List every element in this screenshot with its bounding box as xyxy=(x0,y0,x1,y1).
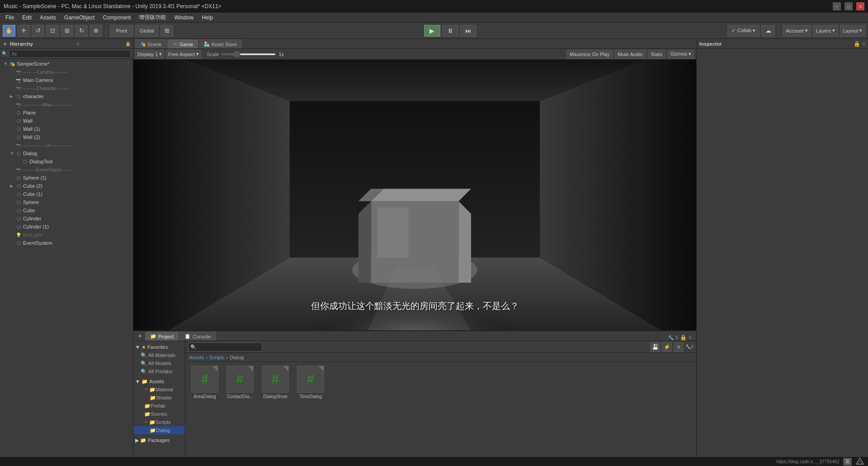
shader-folder-icon: 📁 xyxy=(150,395,156,401)
hierarchy-item-sphere[interactable]: ⬡Sphere xyxy=(0,198,133,206)
hierarchy-item-wall2[interactable]: ⬡Wall (2) xyxy=(0,133,133,141)
scene-tab[interactable]: 🎭 Scene xyxy=(135,39,166,48)
rect-select-button[interactable]: ⊡ xyxy=(46,25,59,37)
shader-item[interactable]: 📁 Shader xyxy=(133,394,185,402)
all-materials-item[interactable]: 🔍 All Materials xyxy=(133,351,185,359)
file-item-2[interactable]: #DialogShow xyxy=(259,366,291,399)
move-tool-button[interactable]: ✛ xyxy=(17,25,30,37)
menu-item-help[interactable]: Help xyxy=(198,14,217,22)
inspector-menu-button[interactable]: ≡ xyxy=(862,41,865,47)
hierarchy-item-character[interactable]: ▶⬡character xyxy=(0,92,133,100)
hierarchy-item-cube2[interactable]: ▶⬡Cube (2) xyxy=(0,182,133,190)
file-item-1[interactable]: #ContactDia... xyxy=(224,366,256,399)
scripts-item[interactable]: ▼ 📁 Scripts xyxy=(133,418,185,426)
account-button[interactable]: Account ▾ xyxy=(783,25,811,37)
mute-audio-button[interactable]: Mute Audio xyxy=(615,50,646,59)
inspector-lock-button[interactable]: 🔒 xyxy=(854,41,860,47)
menu-item-assets[interactable]: Assets xyxy=(36,14,60,22)
scale-slider[interactable] xyxy=(222,53,276,55)
close-button[interactable]: ✕ xyxy=(856,2,864,10)
dialog-scripts-item[interactable]: 📁 Dialog xyxy=(133,426,185,434)
hierarchy-item-character-sep[interactable]: 📷---------Character--------- xyxy=(0,84,133,92)
hierarchy-item-cube1[interactable]: ⬡Cube (1) xyxy=(0,190,133,198)
hierarchy-item-camera-sep[interactable]: 📷---------Camera---------- xyxy=(0,68,133,76)
hierarchy-item-testlight[interactable]: 💡testLight xyxy=(0,231,133,239)
file-item-0[interactable]: #AreaDialog xyxy=(189,366,221,399)
input-method[interactable]: 英 xyxy=(843,458,852,466)
file-item-3[interactable]: #TimeDialog xyxy=(295,366,326,399)
menu-item-component[interactable]: Component xyxy=(99,14,134,22)
hierarchy-menu-button[interactable]: ≡ xyxy=(73,39,83,49)
bottom-panel-lock[interactable]: 🔒 xyxy=(680,334,687,341)
hierarchy-item-plane[interactable]: ⬡Plane xyxy=(0,109,133,117)
hierarchy-item-dialogtext[interactable]: ⬡DialogText xyxy=(0,157,133,166)
proj-save-button[interactable]: 💾 xyxy=(650,342,660,352)
breadcrumb-scripts[interactable]: Scripts xyxy=(209,355,225,360)
display-dropdown[interactable]: Display 1 ▾ xyxy=(135,50,164,59)
hierarchy-item-main-camera[interactable]: 📷Main Camera xyxy=(0,76,133,84)
menu-item-window[interactable]: Window xyxy=(170,14,197,22)
scale-tool-button[interactable]: ⊞ xyxy=(61,25,73,37)
console-tab[interactable]: 📋 Console xyxy=(179,332,216,341)
breadcrumb-assets[interactable]: Assets xyxy=(189,355,204,360)
layout-button[interactable]: Layout ▾ xyxy=(840,25,865,37)
hierarchy-item-cube[interactable]: ⬡Cube xyxy=(0,206,133,214)
extra-button[interactable]: ⊞ xyxy=(160,25,173,37)
hierarchy-item-ui-sep[interactable]: 📷---------------UI-------------- xyxy=(0,141,133,149)
minimize-button[interactable]: ─ xyxy=(833,2,841,10)
prefab-item[interactable]: 📁 Prefab xyxy=(133,402,185,410)
game-tab[interactable]: 🎮 Game xyxy=(167,39,198,48)
pause-button[interactable]: ⏸ xyxy=(442,25,458,37)
hierarchy-item-cylinder1[interactable]: ⬡Cylinder (1) xyxy=(0,223,133,231)
cloud-button[interactable]: ☁ xyxy=(761,25,775,37)
menu-item-file[interactable]: File xyxy=(2,14,18,22)
hierarchy-add-button[interactable]: + xyxy=(0,39,10,49)
collab-button[interactable]: ✓ Collab ▾ xyxy=(727,25,760,37)
aspect-dropdown[interactable]: Free Aspect ▾ xyxy=(166,50,201,59)
transform-button[interactable]: ⊕ xyxy=(90,25,102,37)
proj-star-button[interactable]: ★ xyxy=(674,342,684,352)
asset-store-tab[interactable]: 🏪 Asset Store xyxy=(199,39,242,48)
step-button[interactable]: ⏭ xyxy=(460,25,476,37)
menu-item-增强版功能[interactable]: 增强版功能 xyxy=(135,13,170,22)
hierarchy-item-dialog[interactable]: ▼⬡Dialog xyxy=(0,149,133,157)
maximize-on-play-button[interactable]: Maximize On Play xyxy=(566,50,613,59)
undo-button[interactable]: ↺ xyxy=(32,25,44,37)
bottom-panel-menu[interactable]: ≡ xyxy=(689,334,692,341)
hierarchy-context-samplescene[interactable]: ⋮ xyxy=(126,61,133,67)
all-models-item[interactable]: 🔍 All Models xyxy=(133,359,185,367)
proj-refresh-button[interactable]: ⚡ xyxy=(662,342,672,352)
project-tab[interactable]: 📁 Project xyxy=(145,332,179,341)
hierarchy-item-eventsystem[interactable]: ⬡EventSystem xyxy=(0,239,133,247)
project-search-input[interactable] xyxy=(188,342,262,352)
hierarchy-item-samplescene[interactable]: ▼🎭SampleScene*⋮ xyxy=(0,60,133,68)
layers-button[interactable]: Layers ▾ xyxy=(813,25,838,37)
gizmos-button[interactable]: Gizmos ▾ xyxy=(667,50,694,59)
hierarchy-search-input[interactable] xyxy=(9,50,131,58)
hierarchy-item-sceneobj-sep[interactable]: 📷--------SceneObject------- xyxy=(0,166,133,174)
hierarchy-lock-button[interactable]: 🔒 xyxy=(123,39,133,49)
hand-tool-button[interactable]: ✋ xyxy=(3,25,15,37)
rotate-tool-button[interactable]: ↻ xyxy=(75,25,88,37)
scenes-item[interactable]: 📁 Scenes xyxy=(133,410,185,418)
play-button[interactable]: ▶ xyxy=(424,25,440,37)
global-button[interactable]: Global xyxy=(135,25,159,37)
hierarchy-item-wall[interactable]: ⬡Wall xyxy=(0,117,133,125)
pivot-button[interactable]: Pivot xyxy=(110,25,133,37)
maximize-button[interactable]: □ xyxy=(844,2,853,10)
hierarchy-item-sphere1[interactable]: ⬡Sphere (1) xyxy=(0,174,133,182)
favorites-header[interactable]: ▼ ★ Favorites xyxy=(133,343,185,351)
hierarchy-item-wall1[interactable]: ⬡Wall (1) xyxy=(0,125,133,133)
material-item[interactable]: ▼ 📁 Material xyxy=(133,385,185,394)
menu-item-gameobject[interactable]: GameObject xyxy=(61,14,98,22)
all-prefabs-item[interactable]: 🔍 All Prefabs xyxy=(133,367,185,376)
bottom-add-button[interactable]: + xyxy=(135,331,145,341)
all-materials-label: All Materials xyxy=(148,352,175,358)
menu-item-edit[interactable]: Edit xyxy=(19,14,35,22)
stats-button[interactable]: Stats xyxy=(648,50,665,59)
packages-header[interactable]: ▶ 📁 Packages xyxy=(133,436,185,444)
bottom-content: ▼ ★ Favorites 🔍 All Materials 🔍 All Mode… xyxy=(133,341,696,457)
hierarchy-item-cylinder[interactable]: ⬡Cylinder xyxy=(0,214,133,223)
assets-header[interactable]: ▼ 📁 Assets xyxy=(133,377,185,385)
hierarchy-item-map-sep[interactable]: 📷-------------Map-------------- xyxy=(0,100,133,109)
